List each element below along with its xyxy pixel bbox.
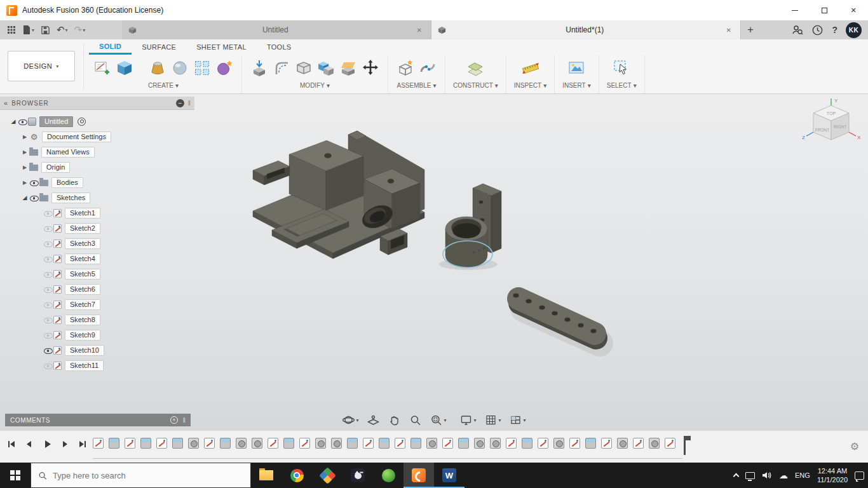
- timeline-sketch-feature-icon[interactable]: [268, 438, 278, 449]
- offset-plane-button[interactable]: [466, 58, 485, 78]
- timeline-extrude-feature-icon[interactable]: [109, 438, 119, 449]
- node-label[interactable]: Bodies: [51, 177, 83, 188]
- visibility-eye-icon[interactable]: [43, 300, 53, 309]
- timeline-sketch-feature-icon[interactable]: [665, 438, 675, 449]
- orbit-button[interactable]: ▾: [341, 412, 360, 428]
- create-sketch-button[interactable]: [93, 58, 112, 78]
- tree-root-row[interactable]: ◢ Untitled: [0, 114, 194, 129]
- taskbar-file-explorer[interactable]: [251, 463, 281, 488]
- expander-icon[interactable]: ▶: [20, 134, 29, 140]
- taskbar-word[interactable]: W: [434, 463, 465, 488]
- timeline-sketch-feature-icon[interactable]: [506, 438, 517, 449]
- taskbar-fusion-360[interactable]: [403, 463, 434, 488]
- save-button[interactable]: [39, 24, 52, 36]
- redo-button[interactable]: ↷ ▾: [72, 24, 88, 36]
- sketch-label[interactable]: Sketch1: [65, 208, 100, 219]
- hidden-icons-chevron-icon[interactable]: [733, 473, 740, 480]
- visibility-eye-icon[interactable]: [43, 346, 53, 355]
- timeline-sketch-feature-icon[interactable]: [93, 438, 104, 449]
- group-assemble-dropdown[interactable]: ASSEMBLE▾: [397, 82, 437, 89]
- timeline-extrude-feature-icon[interactable]: [172, 438, 183, 449]
- tab-close-icon[interactable]: ✕: [724, 25, 734, 35]
- taskbar-github-desktop[interactable]: [342, 463, 373, 488]
- collapse-panel-icon[interactable]: «: [4, 99, 8, 107]
- press-pull-button[interactable]: [250, 58, 269, 78]
- timeline-sketch-feature-icon[interactable]: [363, 438, 374, 449]
- expander-icon[interactable]: ▶: [20, 149, 29, 155]
- sketch-label[interactable]: Sketch2: [65, 223, 100, 234]
- maximize-button[interactable]: [810, 0, 839, 20]
- sketch-row[interactable]: Sketch3: [0, 236, 194, 251]
- job-status-icon[interactable]: [790, 24, 803, 36]
- tab-close-icon[interactable]: ✕: [414, 25, 424, 35]
- node-label[interactable]: Named Views: [41, 147, 95, 158]
- timeline-hole-feature-icon[interactable]: [426, 438, 437, 449]
- close-button[interactable]: ✕: [839, 0, 868, 20]
- timeline-extrude-feature-icon[interactable]: [347, 438, 358, 449]
- timeline-extrude-feature-icon[interactable]: [522, 438, 532, 449]
- timeline-sketch-feature-icon[interactable]: [601, 438, 612, 449]
- timeline-sketch-feature-icon[interactable]: [204, 438, 215, 449]
- timeline-hole-feature-icon[interactable]: [553, 438, 564, 449]
- add-comment-icon[interactable]: +: [170, 416, 178, 424]
- group-construct-dropdown[interactable]: CONSTRUCT▾: [453, 82, 498, 89]
- timeline-hole-feature-icon[interactable]: [474, 438, 485, 449]
- visibility-eye-icon[interactable]: [29, 178, 39, 187]
- taskbar-search[interactable]: [31, 463, 251, 488]
- timeline-extrude-feature-icon[interactable]: [283, 438, 294, 449]
- notifications-clock-icon[interactable]: [811, 24, 824, 36]
- timeline-extrude-feature-icon[interactable]: [379, 438, 390, 449]
- visibility-eye-icon[interactable]: [43, 254, 53, 264]
- step-back-button[interactable]: [24, 439, 34, 449]
- timeline-hole-feature-icon[interactable]: [617, 438, 628, 449]
- tab-tools[interactable]: TOOLS: [257, 39, 302, 55]
- step-forward-button[interactable]: [60, 439, 70, 449]
- node-label[interactable]: Origin: [41, 162, 70, 173]
- visibility-eye-icon[interactable]: [43, 315, 53, 325]
- sphere-button[interactable]: [170, 58, 189, 78]
- loft-button[interactable]: [148, 58, 167, 78]
- file-menu-button[interactable]: ▾: [20, 24, 36, 36]
- pan-button[interactable]: [386, 412, 402, 428]
- onedrive-cloud-icon[interactable]: ☁: [779, 470, 788, 480]
- workspace-selector[interactable]: DESIGN ▾: [8, 51, 75, 81]
- taskbar-chrome[interactable]: [281, 463, 312, 488]
- collapse-all-icon[interactable]: −: [176, 99, 184, 107]
- timeline-hole-feature-icon[interactable]: [188, 438, 199, 449]
- new-component-button[interactable]: [396, 58, 415, 78]
- timeline-extrude-feature-icon[interactable]: [410, 438, 421, 449]
- pattern-button[interactable]: [193, 58, 212, 78]
- sketch-row[interactable]: Sketch10: [0, 342, 194, 358]
- sketch-row[interactable]: Sketch9: [0, 327, 194, 342]
- start-button[interactable]: [0, 463, 31, 488]
- tab-surface[interactable]: SURFACE: [132, 39, 186, 55]
- timeline-sketch-feature-icon[interactable]: [156, 438, 167, 449]
- volume-icon[interactable]: [762, 471, 772, 480]
- sketch-label[interactable]: Sketch6: [65, 284, 100, 295]
- tab-solid[interactable]: SOLID: [89, 39, 132, 55]
- go-to-end-button[interactable]: [78, 439, 88, 449]
- visibility-eye-icon[interactable]: [43, 330, 53, 340]
- network-icon[interactable]: [745, 472, 755, 479]
- tree-node-document-settings[interactable]: ▶ ⚙ Document Settings: [0, 129, 194, 144]
- group-insert-dropdown[interactable]: INSERT▾: [562, 82, 591, 89]
- shell-button[interactable]: [294, 58, 313, 78]
- search-input[interactable]: [53, 471, 243, 480]
- sketch-label[interactable]: Sketch9: [65, 330, 100, 341]
- select-button[interactable]: [612, 58, 631, 78]
- new-tab-button[interactable]: +: [741, 20, 760, 39]
- sketch-row[interactable]: Sketch5: [0, 266, 194, 281]
- root-label[interactable]: Untitled: [39, 116, 73, 127]
- timeline-hole-feature-icon[interactable]: [331, 438, 342, 449]
- sketch-row[interactable]: Sketch6: [0, 281, 194, 297]
- view-cube[interactable]: Y TOP FRONT RIGHT Z X: [801, 97, 862, 155]
- node-label[interactable]: Sketches: [51, 193, 90, 203]
- insert-canvas-button[interactable]: [567, 58, 586, 78]
- timeline-hole-feature-icon[interactable]: [236, 438, 247, 449]
- visibility-eye-icon[interactable]: [43, 239, 53, 248]
- document-tab-untitled-1[interactable]: Untitled*(1) ✕: [431, 20, 741, 39]
- timeline-sketch-feature-icon[interactable]: [299, 438, 310, 449]
- help-icon[interactable]: ?: [832, 25, 837, 35]
- node-label[interactable]: Document Settings: [42, 132, 111, 142]
- sketch-row[interactable]: Sketch8: [0, 312, 194, 327]
